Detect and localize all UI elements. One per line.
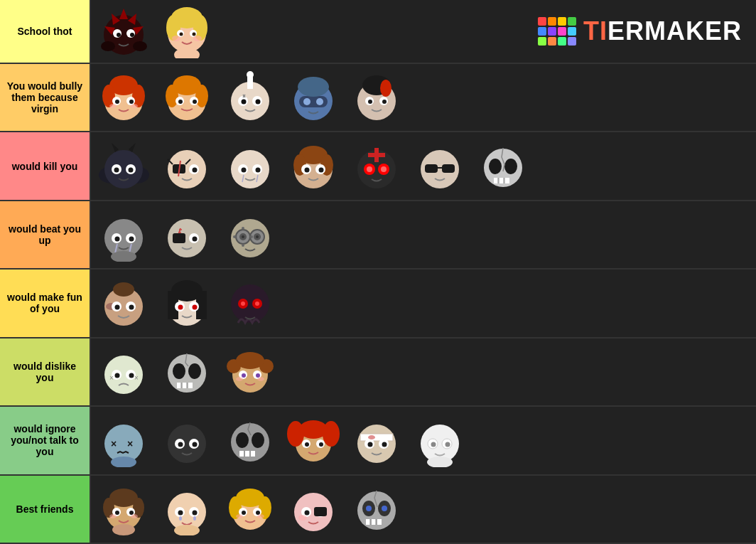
char-slot[interactable] [410,136,470,196]
tiermaker-logo: TiERMAKER [538,16,742,46]
tier-label-fun: would make fun of you [0,270,91,336]
char-slot[interactable] [94,273,154,334]
svg-point-145 [129,304,134,309]
char-slot[interactable] [220,479,281,539]
svg-text:×: × [109,374,114,382]
char-slot[interactable] [473,136,534,196]
char-slot[interactable] [347,479,407,539]
char-slot[interactable] [157,1,217,62]
char-slot[interactable] [94,68,154,128]
svg-point-236 [193,511,198,516]
char-slot[interactable] [157,205,217,265]
svg-point-92 [305,168,310,173]
svg-point-47 [256,99,261,104]
svg-point-82 [242,168,247,173]
svg-point-116 [115,236,120,241]
svg-point-106 [489,159,502,174]
svg-point-19 [193,32,196,36]
char-slot[interactable] [220,68,281,128]
svg-point-231 [112,524,135,535]
svg-point-235 [178,511,183,516]
svg-point-229 [109,514,117,518]
char-slot[interactable]: × × [94,341,154,402]
svg-text:×: × [134,374,139,382]
svg-point-77 [193,168,198,173]
tier-row-school: School thot [0,0,756,64]
svg-rect-126 [173,233,185,243]
svg-point-155 [231,284,269,323]
svg-point-32 [131,104,138,108]
svg-point-29 [115,100,119,104]
svg-point-139 [250,235,253,238]
svg-point-159 [255,302,259,306]
char-slot[interactable] [94,205,154,265]
svg-point-40 [193,100,197,104]
logo-grid [538,17,576,46]
char-slot[interactable] [157,68,217,128]
svg-point-237 [179,516,182,521]
svg-point-212 [368,442,373,447]
char-slot[interactable] [284,68,344,128]
char-slot[interactable] [284,136,344,196]
char-slot[interactable] [157,410,217,471]
char-slot[interactable] [220,410,281,471]
svg-point-192 [178,442,183,447]
svg-point-61 [382,100,387,104]
svg-point-193 [193,442,198,447]
svg-rect-197 [239,451,244,457]
char-slot[interactable] [347,136,407,196]
char-slot[interactable] [347,410,407,471]
tier-content-dislike: × × [91,338,756,405]
svg-point-144 [115,304,120,309]
svg-point-107 [504,159,517,174]
char-slot[interactable] [410,410,470,471]
svg-rect-170 [177,383,181,388]
svg-point-36 [195,85,208,107]
char-slot[interactable] [157,273,217,334]
svg-point-246 [242,511,246,515]
char-slot[interactable] [220,341,281,402]
char-slot[interactable] [220,136,281,196]
char-slot[interactable] [347,68,407,128]
tier-content-bestfriend [91,476,756,543]
tier-label-ignore: would ignore you/not talk to you [0,407,91,474]
svg-point-64 [104,150,143,188]
svg-point-43 [247,71,254,78]
svg-point-100 [381,166,387,172]
svg-point-57 [380,80,392,97]
svg-point-207 [319,442,323,447]
svg-marker-70 [129,143,136,152]
char-slot[interactable] [157,341,217,402]
svg-point-247 [256,511,260,515]
svg-rect-209 [360,434,393,441]
tier-content-bully [91,64,756,131]
svg-point-154 [193,304,198,309]
svg-point-249 [257,514,264,518]
svg-point-208 [357,425,396,463]
svg-point-10 [101,41,115,51]
char-slot[interactable] [94,136,154,196]
char-slot[interactable] [220,205,281,265]
svg-rect-199 [251,451,255,457]
svg-rect-172 [188,383,193,388]
svg-point-195 [236,432,249,448]
svg-point-146 [113,282,134,297]
svg-point-99 [367,166,372,172]
svg-point-178 [236,352,264,369]
char-slot[interactable] [220,273,281,334]
svg-point-79 [231,150,269,188]
svg-point-31 [109,104,117,108]
svg-rect-110 [505,178,509,183]
svg-rect-102 [425,164,438,173]
svg-point-18 [180,32,183,36]
char-slot[interactable]: × × [94,410,154,471]
char-slot[interactable] [284,479,344,539]
char-slot[interactable] [157,136,217,196]
svg-point-228 [129,511,134,515]
char-slot[interactable] [94,479,154,539]
svg-point-218 [431,442,436,447]
svg-point-35 [166,85,178,107]
char-slot[interactable] [94,1,154,62]
char-slot[interactable] [284,410,344,471]
char-slot[interactable] [157,479,217,539]
